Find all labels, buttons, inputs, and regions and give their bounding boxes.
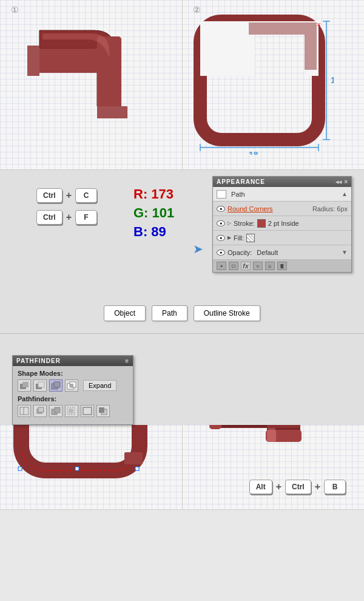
close-btn-appearance[interactable]: × <box>344 178 348 185</box>
ctrl-key-2[interactable]: Ctrl <box>36 210 62 225</box>
svg-rect-5 <box>200 21 255 76</box>
appearance-title: APPEARANCE <box>217 178 265 185</box>
minus-front-icon[interactable] <box>33 379 47 392</box>
appearance-panel: APPEARANCE ◂◂ × Path ▲ ● Round Corners R… <box>212 176 352 273</box>
opacity-value: Default <box>257 249 278 256</box>
divide-icon[interactable] <box>18 405 31 417</box>
plus-4: + <box>315 481 320 492</box>
ctrl-key-1[interactable]: Ctrl <box>36 188 62 203</box>
unite-icon[interactable] <box>18 379 31 392</box>
intersect-icon[interactable] <box>49 379 62 392</box>
svg-rect-47 <box>20 407 29 415</box>
svg-rect-24 <box>75 467 79 470</box>
opacity-row: ● Opacity: Default ▼ <box>213 245 351 260</box>
svg-rect-2 <box>27 46 39 76</box>
exclude-icon[interactable] <box>65 379 78 392</box>
top-section: ① ② <box>0 0 364 170</box>
fill-label: Fill: <box>234 234 244 242</box>
link-icon[interactable]: ⌂ <box>265 262 275 270</box>
round-corners-row: ● Round Corners Radius: 6px <box>213 202 351 216</box>
trim-icon[interactable] <box>33 405 47 417</box>
merge-icon[interactable] <box>49 405 62 417</box>
outline-stroke-button[interactable]: Outline Stroke <box>194 305 260 321</box>
action-buttons: Object Path Outline Stroke <box>0 305 364 321</box>
shape-modes-icons: Expand <box>18 379 128 392</box>
opacity-label: Opacity: <box>228 249 252 256</box>
c-key[interactable]: C <box>75 188 97 203</box>
circle-icon[interactable]: ○ <box>253 262 263 270</box>
scroll-indicator: ▲ <box>342 191 348 197</box>
svg-rect-25 <box>135 467 139 470</box>
fill-color-box[interactable] <box>246 234 255 242</box>
svg-rect-39 <box>22 382 29 387</box>
minus-back-icon[interactable] <box>96 405 110 417</box>
appearance-titlebar: APPEARANCE ◂◂ × <box>213 177 351 187</box>
expand-button[interactable]: Expand <box>83 380 116 391</box>
radius-value: Radius: 6px <box>312 205 348 212</box>
key-row-copy: Ctrl + C <box>36 188 97 203</box>
rgb-g-value: G: 101 <box>133 204 174 223</box>
object-button[interactable]: Object <box>104 305 146 321</box>
eye-icon-2[interactable]: ● <box>217 220 225 226</box>
svg-rect-54 <box>69 409 73 413</box>
minimize-btn[interactable]: ◂◂ <box>335 178 342 185</box>
crop-icon[interactable] <box>65 405 78 417</box>
vertical-divider <box>182 0 183 170</box>
svg-rect-57 <box>99 407 104 413</box>
new-icon[interactable]: □ <box>229 262 238 270</box>
pathfinder-icons <box>18 405 128 417</box>
panel-bottom-bar: + □ fx ○ ⌂ 🗑 <box>213 260 351 272</box>
round-corners-link[interactable]: Round Corners <box>228 205 273 212</box>
svg-rect-1 <box>97 36 121 109</box>
alt-ctrl-b-keys: Alt + Ctrl + B <box>249 480 346 494</box>
pathfinder-panel: PATHFINDER ≡ Shape Modes: <box>12 355 133 425</box>
svg-rect-46 <box>70 384 73 387</box>
path-button[interactable]: Path <box>152 305 187 321</box>
rgb-values: R: 173 G: 101 B: 89 <box>133 185 174 241</box>
shape2-svg: 18 18 <box>188 9 334 155</box>
eye-icon-4[interactable]: ● <box>217 250 225 256</box>
add-icon[interactable]: + <box>217 262 226 270</box>
delete-icon[interactable]: 🗑 <box>277 262 287 270</box>
f-key[interactable]: F <box>75 210 97 225</box>
shape1-svg <box>9 12 155 158</box>
svg-rect-50 <box>38 407 44 412</box>
plus-1: + <box>66 190 72 201</box>
svg-rect-3 <box>97 106 127 118</box>
path-row: Path ▲ <box>213 187 351 202</box>
fill-row: ● ▶ Fill: <box>213 231 351 245</box>
svg-rect-37 <box>267 430 276 442</box>
pathfinder-title: PATHFINDER <box>16 358 61 364</box>
keyboard-shortcuts: Ctrl + C Ctrl + F <box>36 188 97 225</box>
arrow-pointer: ➤ <box>193 242 203 256</box>
path-label: Path <box>231 191 245 198</box>
stroke-label: Stroke: <box>234 220 255 227</box>
expand-arrow-stroke[interactable]: ▷ <box>228 220 231 226</box>
middle-section: Ctrl + C Ctrl + F R: 173 G: 101 B: 89 ➤ … <box>0 170 364 334</box>
b-key[interactable]: B <box>324 480 346 494</box>
pathfinder-section: PATHFINDER ≡ Shape Modes: <box>0 334 364 425</box>
rgb-r-value: R: 173 <box>133 185 174 204</box>
svg-rect-52 <box>55 407 60 413</box>
ctrl-key-3[interactable]: Ctrl <box>285 480 311 494</box>
plus-2: + <box>66 212 72 223</box>
shape-modes-label: Shape Modes: <box>18 370 128 377</box>
outline-icon[interactable] <box>81 405 94 417</box>
pathfinders-label: Pathfinders: <box>18 395 128 402</box>
titlebar-buttons: ◂◂ × <box>335 178 348 185</box>
pathfinder-content: Shape Modes: Expand Path <box>13 366 133 424</box>
svg-rect-43 <box>54 382 60 387</box>
pf-menu-icon[interactable]: ≡ <box>125 358 129 364</box>
svg-text:18: 18 <box>331 75 334 85</box>
svg-rect-28 <box>124 452 143 464</box>
eye-icon-1[interactable]: ● <box>217 206 225 212</box>
path-icon <box>217 190 226 199</box>
rgb-b-value: B: 89 <box>133 223 174 242</box>
eye-icon-3[interactable]: ● <box>217 235 225 241</box>
fx-button[interactable]: fx <box>241 262 251 270</box>
expand-arrow-fill[interactable]: ▶ <box>228 235 231 240</box>
stroke-color-box[interactable] <box>257 219 266 228</box>
svg-rect-23 <box>18 467 22 470</box>
svg-text:18: 18 <box>249 150 258 155</box>
alt-key[interactable]: Alt <box>249 480 272 494</box>
